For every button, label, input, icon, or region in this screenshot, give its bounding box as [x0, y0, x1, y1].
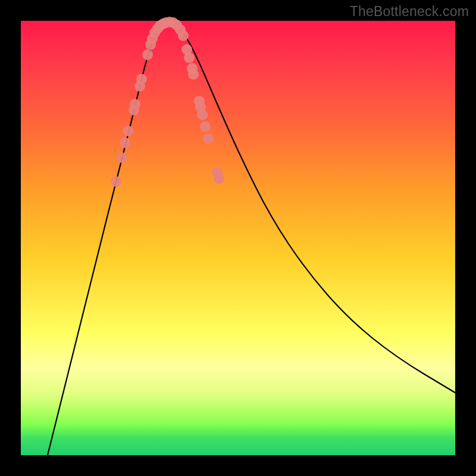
benchmark-point [117, 152, 127, 163]
benchmark-point [142, 49, 153, 60]
benchmark-point [136, 74, 147, 84]
benchmark-point [214, 173, 224, 184]
benchmark-point [188, 69, 199, 80]
benchmark-point [203, 133, 214, 144]
benchmark-point [123, 126, 133, 136]
benchmark-point [197, 109, 208, 120]
benchmark-markers [111, 17, 224, 187]
benchmark-point [200, 121, 211, 132]
watermark-text: TheBottleneck.com [350, 4, 469, 20]
bottleneck-curve [48, 24, 455, 455]
benchmark-point [120, 137, 130, 148]
benchmark-point [111, 176, 121, 187]
benchmark-point [178, 30, 189, 41]
plot-area [21, 21, 455, 455]
benchmark-point [184, 52, 195, 63]
chart-svg [21, 21, 455, 455]
benchmark-point [130, 99, 140, 109]
